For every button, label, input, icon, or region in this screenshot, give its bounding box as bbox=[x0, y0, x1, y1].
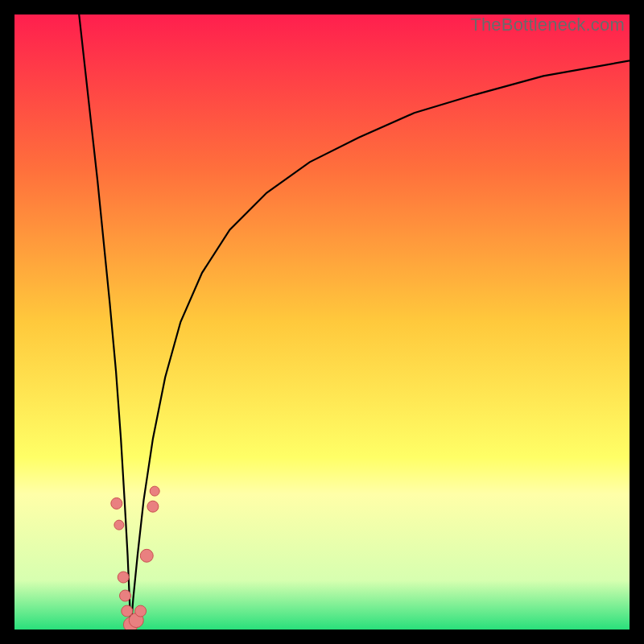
scatter-point bbox=[120, 590, 131, 601]
scatter-point bbox=[147, 501, 159, 512]
scatter-point bbox=[111, 497, 122, 509]
scatter-point bbox=[114, 520, 124, 530]
watermark-text: TheBottleneck.com bbox=[470, 14, 625, 35]
chart-plot-area: TheBottleneck.com bbox=[14, 14, 630, 630]
scatter-point bbox=[118, 572, 129, 583]
scatter-point bbox=[135, 605, 147, 617]
chart-background bbox=[14, 14, 630, 630]
scatter-point bbox=[150, 486, 159, 496]
chart-frame: TheBottleneck.com bbox=[0, 0, 644, 644]
chart-svg bbox=[14, 14, 630, 630]
scatter-point bbox=[140, 549, 153, 562]
